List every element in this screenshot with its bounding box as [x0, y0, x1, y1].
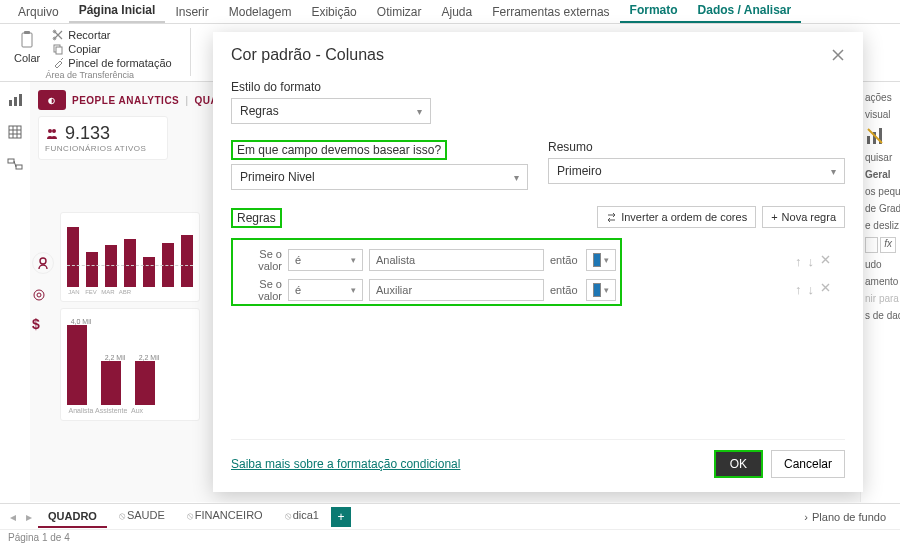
svg-rect-11: [9, 126, 21, 138]
rule-color-select-0[interactable]: ▾: [586, 249, 616, 271]
new-rule-button[interactable]: + Nova regra: [762, 206, 845, 228]
tab-prev-button[interactable]: ◂: [6, 510, 20, 524]
format-pane[interactable]: ações visual quisar Geral os peque de Gr…: [860, 82, 900, 502]
dialog-title: Cor padrão - Colunas: [231, 46, 384, 64]
rule-operator-select-1[interactable]: é ▾: [288, 279, 363, 301]
rule-value-input-1[interactable]: Auxiliar: [369, 279, 544, 301]
close-button[interactable]: [831, 48, 845, 62]
page-tab-financeiro[interactable]: ⦸FINANCEIRO: [177, 505, 273, 528]
format-painter-button[interactable]: Pincel de formatação: [52, 56, 171, 70]
menu-pagina-inicial[interactable]: Página Inicial: [69, 0, 166, 23]
fx-button[interactable]: fx: [880, 237, 896, 253]
menu-otimizar[interactable]: Otimizar: [367, 1, 432, 23]
table-view-icon[interactable]: [7, 124, 23, 140]
clipboard-group: Colar Recortar Copiar: [8, 28, 172, 80]
svg-rect-10: [19, 94, 22, 106]
bar2-val-1: 2,2 Mil: [101, 354, 129, 361]
dollar-icon[interactable]: $: [32, 316, 54, 332]
svg-point-16: [40, 258, 46, 264]
chevron-down-icon: ▾: [351, 285, 356, 295]
rules-section-label: Regras: [231, 208, 282, 228]
move-up-icon[interactable]: ↑: [795, 282, 802, 297]
tab-next-button[interactable]: ▸: [22, 510, 36, 524]
menu-ajuda[interactable]: Ajuda: [431, 1, 482, 23]
kpi-label: FUNCIONÁRIOS ATIVOS: [45, 144, 161, 153]
page-tab-saude[interactable]: ⦸SAUDE: [109, 505, 175, 528]
rule-value-text: Analista: [376, 254, 415, 266]
delete-rule-icon[interactable]: [820, 282, 831, 297]
format-style-label: Estilo do formato: [231, 80, 321, 94]
color-swatch: [593, 283, 601, 297]
report-view-icon[interactable]: [7, 92, 23, 108]
hidden-icon: ⦸: [187, 510, 193, 521]
menu-formato[interactable]: Formato: [620, 0, 688, 23]
page-tab-quadro[interactable]: QUADRO: [38, 506, 107, 528]
chevron-right-icon: ›: [804, 511, 808, 523]
rule-operator-select-0[interactable]: é ▾: [288, 249, 363, 271]
chart-card-2[interactable]: 4,0 Mil 2,2 Mil 2,2 Mil Analista Assiste…: [60, 308, 200, 421]
rule-op-value: é: [295, 254, 301, 266]
menu-ferramentas-externas[interactable]: Ferramentas externas: [482, 1, 619, 23]
bar2-val-0: 4,0 Mil: [67, 318, 95, 325]
summary-select[interactable]: Primeiro ▾: [548, 158, 845, 184]
add-page-button[interactable]: +: [331, 507, 351, 527]
menu-arquivo[interactable]: Arquivo: [8, 1, 69, 23]
cancel-button[interactable]: Cancelar: [771, 450, 845, 478]
move-down-icon[interactable]: ↓: [808, 254, 815, 269]
delete-rule-icon[interactable]: [820, 254, 831, 269]
paste-button[interactable]: Colar: [8, 28, 46, 70]
scissors-icon: [52, 29, 64, 41]
pane-general-label: Geral: [865, 169, 896, 180]
ok-button[interactable]: OK: [714, 450, 763, 478]
color-swatch[interactable]: [865, 237, 878, 253]
pane-nirpara-label: nir para: [865, 293, 896, 304]
invert-colors-button[interactable]: Inverter a ordem de cores: [597, 206, 756, 228]
svg-rect-13: [16, 165, 22, 169]
menu-exibicao[interactable]: Exibição: [301, 1, 366, 23]
kpi-card[interactable]: 9.133 FUNCIONÁRIOS ATIVOS: [38, 116, 168, 160]
chart-card-1[interactable]: JAN FEV MAR ABR: [60, 212, 200, 302]
plano-de-fundo-row[interactable]: › Plano de fundo: [796, 511, 894, 523]
bar-chart-1-labels: JAN FEV MAR ABR: [67, 289, 193, 295]
svg-point-18: [37, 293, 41, 297]
move-up-icon[interactable]: ↑: [795, 254, 802, 269]
format-style-select[interactable]: Regras ▾: [231, 98, 431, 124]
menubar: Arquivo Página Inicial Inserir Modelagem…: [0, 0, 900, 24]
rule-value-text: Auxiliar: [376, 284, 412, 296]
move-down-icon[interactable]: ↓: [808, 282, 815, 297]
summary-label: Resumo: [548, 140, 593, 154]
pane-fontsize-label: os peque: [865, 186, 896, 197]
rule-value-input-0[interactable]: Analista: [369, 249, 544, 271]
svg-point-17: [34, 290, 44, 300]
bar-chart-1: [67, 227, 193, 287]
format-style-value: Regras: [240, 104, 279, 118]
paste-label: Colar: [14, 52, 40, 64]
page-tab-dica1[interactable]: ⦸dica1: [275, 505, 329, 528]
menu-dados-analisar[interactable]: Dados / Analisar: [688, 0, 802, 23]
pane-actions-label: ações: [865, 92, 896, 103]
model-view-icon[interactable]: [7, 156, 23, 172]
learn-more-link[interactable]: Saiba mais sobre a formatação condiciona…: [231, 457, 460, 471]
svg-rect-19: [867, 136, 870, 144]
rule-if-label: Se o valor: [237, 278, 282, 302]
svg-point-14: [48, 129, 52, 133]
format-pane-icon[interactable]: [865, 126, 896, 146]
pane-udo-label: udo: [865, 259, 896, 270]
page-tabs: ◂ ▸ QUADRO ⦸SAUDE ⦸FINANCEIRO ⦸dica1 + ›…: [0, 503, 900, 529]
rule-op-value: é: [295, 284, 301, 296]
svg-rect-0: [22, 33, 32, 47]
menu-modelagem[interactable]: Modelagem: [219, 1, 302, 23]
rule-actions-0: ↑ ↓: [795, 254, 845, 269]
base-field-select[interactable]: Primeiro Nivel ▾: [231, 164, 528, 190]
menu-inserir[interactable]: Inserir: [165, 1, 218, 23]
copy-icon: [52, 43, 64, 55]
brand-logo: ◐: [38, 90, 66, 110]
invert-colors-label: Inverter a ordem de cores: [621, 211, 747, 223]
target-icon[interactable]: [32, 288, 54, 302]
breadcrumb-1: PEOPLE ANALYTICS: [72, 95, 179, 106]
filter-people-icon[interactable]: [32, 252, 54, 274]
rule-color-select-1[interactable]: ▾: [586, 279, 616, 301]
cut-button[interactable]: Recortar: [52, 28, 171, 42]
report-side-tabs: $: [32, 252, 54, 332]
copy-button[interactable]: Copiar: [52, 42, 171, 56]
